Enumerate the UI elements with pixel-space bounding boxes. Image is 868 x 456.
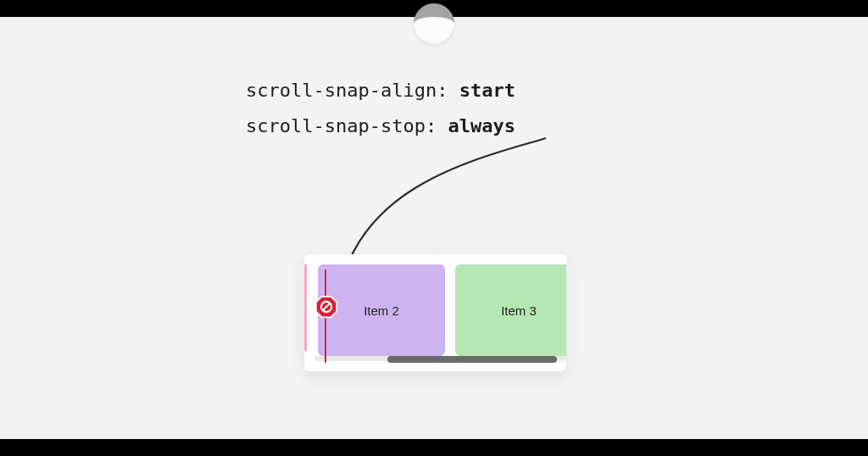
code-line-1: scroll-snap-align: start	[246, 73, 515, 108]
code-val-1: start	[459, 80, 515, 101]
code-line-2: scroll-snap-stop: always	[246, 108, 515, 144]
scroll-container-demo[interactable]: Item 2 Item 3	[304, 254, 566, 371]
code-prop-2: scroll-snap-stop:	[246, 115, 448, 136]
item-2-label: Item 2	[364, 303, 399, 318]
code-val-2: always	[448, 115, 515, 136]
css-code-block: scroll-snap-align: start scroll-snap-sto…	[246, 73, 515, 144]
stop-sign-icon	[314, 295, 338, 319]
scroll-item-3: Item 3	[455, 264, 566, 356]
item-3-label: Item 3	[501, 303, 537, 318]
drag-handle-pill	[414, 3, 454, 44]
scrollbar-thumb[interactable]	[387, 356, 557, 363]
scroll-inner: Item 2 Item 3	[304, 254, 566, 371]
letterbox-bottom	[0, 439, 868, 456]
code-prop-1: scroll-snap-align:	[246, 80, 459, 101]
